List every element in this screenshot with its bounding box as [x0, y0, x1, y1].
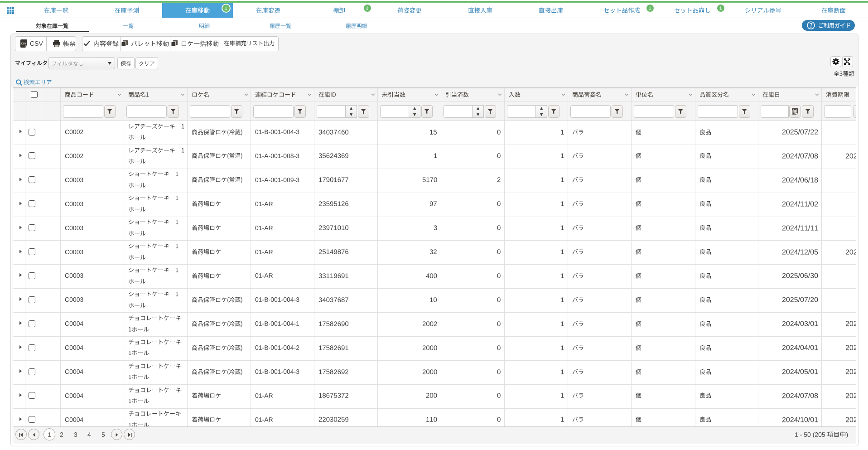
svg-text:CSV: CSV	[21, 42, 26, 45]
